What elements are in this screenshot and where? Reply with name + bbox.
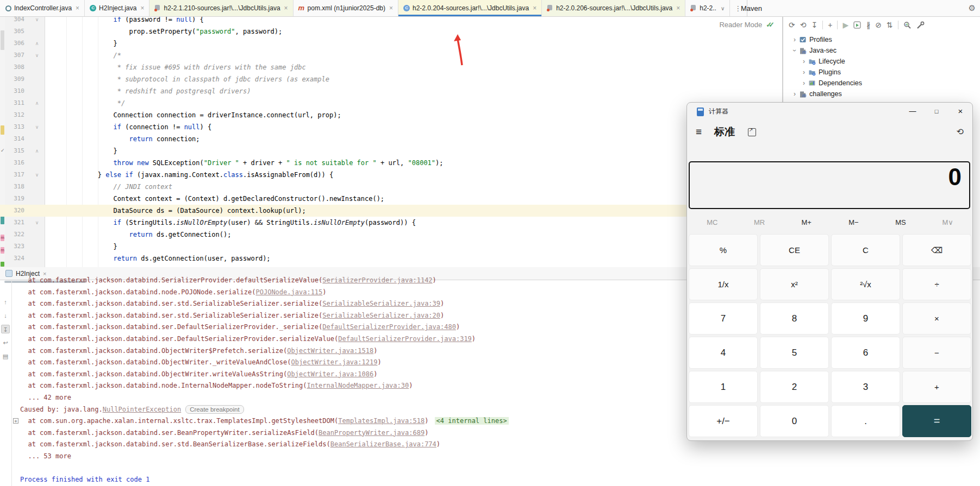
fold-marker-icon[interactable]: ∨ [34,169,40,181]
code-line[interactable]: 312 Connection connection = driverInstan… [0,109,782,121]
close-icon[interactable]: × [284,4,288,12]
code-line[interactable]: 318 // JNDI context [0,181,782,193]
chevron-right-icon[interactable]: › [800,68,808,76]
code-line[interactable]: 323 } [0,241,782,253]
editor-tab[interactable]: h2-2.0.206-sources.jar!\...\JdbcUtils.ja… [542,0,685,16]
editor-tab[interactable]: h2-2..∨ [685,0,730,16]
maven-settings-icon[interactable] [916,21,925,29]
keep-on-top-icon[interactable] [748,128,756,136]
memory-button-ms[interactable]: MS [877,215,925,230]
chevron-right-icon[interactable]: › [791,90,798,98]
stack-trace-link[interactable]: POJONode.java:115 [255,288,322,296]
stack-trace-link[interactable]: ObjectWriter.java:1086 [287,370,373,378]
create-breakpoint-badge[interactable]: Create breakpoint [185,405,244,414]
code-editor[interactable]: ✓ m m 304∨ if (password != null) {305 pr… [0,17,783,267]
fold-marker-icon[interactable]: ∨ [34,49,40,61]
minimize-button[interactable]: — [901,103,925,119]
generate-sources-icon[interactable]: ⟲ [800,21,807,29]
calc-key-8[interactable]: 8 [760,302,829,334]
close-icon[interactable]: × [533,4,536,12]
calc-key-1/x[interactable]: 1/x [689,268,758,300]
calculator-window[interactable]: 计算器 — □ × ≡ 标准 ⟲ 0 MCMRM+M−MSM∨ %CEC⌫1/x… [686,102,973,441]
code-line[interactable]: 306∧ } [0,37,782,49]
code-line[interactable]: 311∧ */ [0,97,782,109]
memory-button-m−[interactable]: M− [830,215,877,230]
code-line[interactable]: 316 throw new SQLException("Driver " + d… [0,157,782,169]
calc-key-x²[interactable]: x² [760,268,829,300]
stack-trace-link[interactable]: TemplatesImpl.java:518 [338,417,425,425]
calc-key-1[interactable]: 1 [689,371,758,403]
calculator-title-bar[interactable]: 计算器 — □ × [687,103,972,121]
calc-key-9[interactable]: 9 [831,302,900,334]
stack-trace-link[interactable]: BeanSerializerBase.java:774 [330,440,436,448]
editor-tab[interactable]: CH2Inject.java× [85,0,149,16]
code-line[interactable]: 313∨ if (connection != null) { [0,121,782,133]
code-line[interactable]: 304∨ if (password != null) { [0,17,782,26]
code-line[interactable]: 307∨ /* [0,49,782,61]
close-icon[interactable]: × [389,4,393,12]
calc-key-+[interactable]: + [902,371,971,403]
close-icon[interactable]: × [676,4,680,12]
calc-key-CE[interactable]: CE [760,234,829,266]
stack-trace-link[interactable]: InternalNodeMapper.java:30 [307,382,409,389]
code-line[interactable]: 309 * subprotocol in classpath of jdbc d… [0,73,782,85]
maven-tree-item-java-sec[interactable]: ›mJava-sec [783,45,980,56]
memory-button-mc[interactable]: MC [689,215,736,230]
maven-tree-item-challenges[interactable]: ›mchallenges [783,89,980,99]
code-line[interactable]: 324 return ds.getConnection(user, passwo… [0,253,782,264]
toggle-skip-tests-icon[interactable]: ∦ [866,21,870,29]
maven-tree-item-plugins[interactable]: ›Plugins [783,67,980,78]
code-line[interactable]: 321∨ if (StringUtils.isNullOrEmpty(user)… [0,217,782,229]
fold-marker-icon[interactable]: ∧ [34,145,40,157]
fold-marker-icon[interactable]: ∧ [34,97,40,109]
fold-marker-icon[interactable]: ∨ [34,17,40,26]
calc-key-2[interactable]: 2 [760,371,829,403]
code-line[interactable]: 310 * redshift and postgresql drivers) [0,85,782,97]
hamburger-menu-icon[interactable]: ≡ [696,126,702,138]
stack-trace-link[interactable]: NullPointerException [103,406,182,413]
calc-key-3[interactable]: 3 [831,371,900,403]
maven-tree-item-dependencies[interactable]: ›Dependencies [783,78,980,89]
add-icon[interactable]: + [828,21,832,29]
stack-trace-link[interactable]: DefaultSerializerProvider.java:480 [322,323,456,331]
maven-tree-item-lifecycle[interactable]: ›Lifecycle [783,56,980,67]
calc-key-−[interactable]: − [902,337,971,369]
calc-key-C[interactable]: C [831,234,900,266]
collapse-all-icon[interactable]: ⇅ [887,21,893,29]
up-stack-icon[interactable]: ↑ [1,298,10,306]
chevron-right-icon[interactable]: › [800,58,808,65]
scroll-to-end-icon[interactable]: ↧ [1,325,10,333]
stack-trace-link[interactable]: SerializableSerializer.java:39 [322,300,440,307]
code-line[interactable]: 315∧ } [0,145,782,157]
chevron-right-icon[interactable]: › [791,36,798,43]
down-stack-icon[interactable]: ↓ [1,311,10,320]
stack-trace-link[interactable]: ObjectWriter.java:1219 [291,358,378,366]
calc-key-=[interactable]: = [902,405,971,437]
close-button[interactable]: × [948,103,972,119]
execute-goal-icon[interactable] [853,21,862,29]
chevron-right-icon[interactable]: › [791,47,798,54]
calc-key-.[interactable]: . [831,405,900,437]
calc-key-7[interactable]: 7 [689,302,758,334]
toggle-offline-icon[interactable]: ⊘ [875,21,882,29]
code-line[interactable]: 319 Context context = (Context) d.getDec… [0,193,782,205]
calc-key-÷[interactable]: ÷ [902,268,971,300]
code-line[interactable]: 322 return ds.getConnection(); [0,229,782,241]
stack-trace-link[interactable]: BeanPropertyWriter.java:689 [319,429,425,437]
dependency-analyzer-icon[interactable] [903,21,912,29]
fold-marker-icon[interactable]: ∨ [34,121,40,133]
memory-button-mr[interactable]: MR [736,215,783,230]
calc-key-²√x[interactable]: ²√x [831,268,900,300]
code-line[interactable]: 308 * fix issue #695 with drivers with t… [0,61,782,73]
calc-key-%[interactable]: % [689,234,758,266]
maven-settings-gear-icon[interactable]: ⚙ [969,0,976,16]
chevron-right-icon[interactable]: › [800,79,808,87]
calc-key-4[interactable]: 4 [689,337,758,369]
stack-trace-link[interactable]: SerializerProvider.java:1142 [322,276,432,284]
expand-fold-icon[interactable]: + [13,418,18,424]
print-icon[interactable]: ▤ [1,352,10,361]
code-line[interactable]: 320 DataSource ds = (DataSource) context… [0,205,782,217]
calc-key-5[interactable]: 5 [760,337,829,369]
calc-key-6[interactable]: 6 [831,337,900,369]
editor-tab[interactable]: IndexController.java× [0,0,85,16]
